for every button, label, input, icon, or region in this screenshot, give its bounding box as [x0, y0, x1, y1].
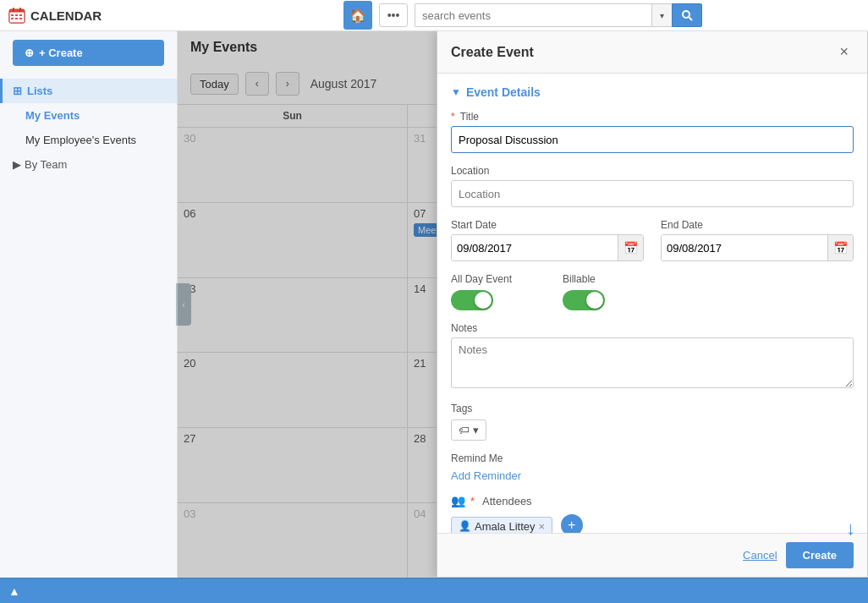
end-date-calendar-button[interactable]: 📅: [827, 235, 853, 260]
location-label: Location: [451, 165, 854, 177]
svg-rect-6: [19, 14, 22, 16]
svg-rect-3: [19, 8, 21, 12]
modal-overlay: Create Event × ▼ Event Details * Title: [178, 31, 868, 578]
search-icon: [681, 9, 693, 21]
sidebar: ⊕ + Create ⊞ Lists My Events My Employee…: [0, 31, 178, 578]
create-plus-icon: ⊕: [25, 47, 34, 59]
create-event-button[interactable]: Create: [786, 542, 854, 568]
end-date-input-wrap: 📅: [661, 234, 854, 261]
app-title: CALENDAR: [8, 7, 178, 24]
title-input[interactable]: [451, 126, 854, 153]
start-date-field: Start Date 📅: [451, 219, 644, 261]
collapse-arrow-icon: ▼: [451, 86, 461, 98]
svg-rect-1: [9, 12, 25, 23]
attendee-name: Amala Littey: [475, 520, 536, 533]
all-day-toggle[interactable]: [451, 290, 493, 310]
bottom-bar: ▲: [0, 578, 868, 603]
sidebar-item-my-employees-events[interactable]: My Employee's Events: [0, 128, 177, 152]
notes-label: Notes: [451, 322, 854, 334]
attendees-required: *: [470, 495, 475, 507]
add-reminder-link[interactable]: Add Reminder: [451, 469, 521, 482]
svg-rect-7: [11, 18, 14, 19]
attendees-list: 👤 Amala Littey × +: [451, 514, 854, 533]
search-input[interactable]: [415, 3, 651, 27]
remind-me-label: Remind Me: [451, 452, 854, 464]
title-label: * Title: [451, 111, 854, 123]
all-day-toggle-knob: [475, 292, 492, 309]
svg-rect-5: [15, 14, 18, 16]
title-field-group: * Title: [451, 111, 854, 153]
all-day-event-field: All Day Event: [451, 273, 512, 310]
attendees-icon: 👥: [451, 494, 465, 507]
section-label: Event Details: [466, 85, 541, 99]
location-input[interactable]: [451, 180, 854, 207]
date-row: Start Date 📅 End Date 📅: [451, 219, 854, 261]
attendees-section: 👥 * Attendees 👤 Amala Littey × +: [451, 494, 854, 533]
chevron-right-icon: ▶: [13, 158, 21, 171]
arrow-indicator: ↓: [846, 518, 855, 540]
top-bar: CALENDAR 🏠 ••• ▾: [0, 0, 868, 31]
tags-section: Tags 🏷 ▾: [451, 403, 854, 441]
search-bar: ▾: [415, 3, 702, 27]
billable-field: Billable: [563, 273, 605, 310]
end-date-label: End Date: [661, 219, 854, 231]
top-bar-center: 🏠 ••• ▾: [186, 1, 860, 30]
svg-rect-8: [15, 18, 18, 19]
main-content: ⊕ + Create ⊞ Lists My Events My Employee…: [0, 31, 868, 578]
attendees-header: 👥 * Attendees: [451, 494, 854, 507]
svg-line-11: [689, 18, 693, 21]
search-button[interactable]: [672, 3, 702, 27]
search-dropdown-button[interactable]: ▾: [651, 3, 672, 27]
modal-footer: ↓ Cancel Create: [437, 533, 867, 577]
modal-body: ▼ Event Details * Title Location: [437, 74, 867, 533]
notes-field-group: Notes: [451, 322, 854, 391]
title-required: *: [451, 111, 455, 123]
sidebar-wrapper: ⊕ + Create ⊞ Lists My Events My Employee…: [0, 31, 178, 578]
start-date-input-wrap: 📅: [451, 234, 644, 261]
my-employees-label: My Employee's Events: [25, 134, 136, 146]
event-details-section: ▼ Event Details: [451, 85, 854, 99]
app-title-text: CALENDAR: [30, 8, 102, 23]
tag-dropdown-button[interactable]: 🏷 ▾: [451, 419, 486, 441]
remind-me-section: Remind Me Add Reminder: [451, 452, 854, 482]
all-day-label: All Day Event: [451, 273, 512, 285]
remove-attendee-button[interactable]: ×: [539, 520, 546, 533]
location-field-group: Location: [451, 165, 854, 207]
add-attendee-button[interactable]: +: [561, 514, 583, 533]
lists-grid-icon: ⊞: [13, 85, 22, 97]
sidebar-item-my-events[interactable]: My Events: [0, 103, 177, 128]
by-team-label: By Team: [25, 158, 67, 171]
start-date-label: Start Date: [451, 219, 644, 231]
start-date-input[interactable]: [452, 235, 618, 260]
billable-toggle-knob: [586, 292, 603, 309]
modal-header: Create Event ×: [437, 31, 867, 74]
calendar-app-icon: [8, 7, 25, 24]
more-options-button[interactable]: •••: [379, 3, 408, 27]
svg-rect-9: [19, 18, 22, 19]
end-date-field: End Date 📅: [661, 219, 854, 261]
modal-close-button[interactable]: ×: [834, 41, 854, 63]
start-date-calendar-button[interactable]: 📅: [618, 235, 643, 260]
notes-textarea[interactable]: [451, 337, 854, 388]
attendee-icon: 👤: [459, 520, 471, 532]
create-button[interactable]: ⊕ + Create: [13, 40, 164, 66]
tags-label: Tags: [451, 403, 854, 414]
modal-title: Create Event: [451, 45, 534, 60]
sidebar-item-lists[interactable]: ⊞ Lists: [0, 79, 177, 103]
bottom-arrow-icon: ▲: [8, 584, 20, 598]
attendee-chip: 👤 Amala Littey ×: [451, 517, 552, 534]
end-date-input[interactable]: [662, 235, 827, 260]
cancel-button[interactable]: Cancel: [743, 549, 777, 562]
my-events-label: My Events: [25, 109, 80, 122]
tag-icon: 🏷: [459, 424, 470, 436]
svg-rect-2: [13, 8, 14, 12]
billable-toggle[interactable]: [563, 290, 605, 310]
home-button[interactable]: 🏠: [343, 1, 372, 30]
create-label: + Create: [39, 47, 83, 59]
toggle-row: All Day Event Billable: [451, 273, 854, 310]
tag-dropdown-arrow: ▾: [473, 424, 479, 436]
billable-label: Billable: [563, 273, 605, 285]
sidebar-item-by-team[interactable]: ▶ By Team: [0, 152, 177, 177]
svg-point-10: [683, 11, 689, 18]
calendar-area: My Events Today ‹ › August 2017 Sun Mon …: [178, 31, 868, 578]
